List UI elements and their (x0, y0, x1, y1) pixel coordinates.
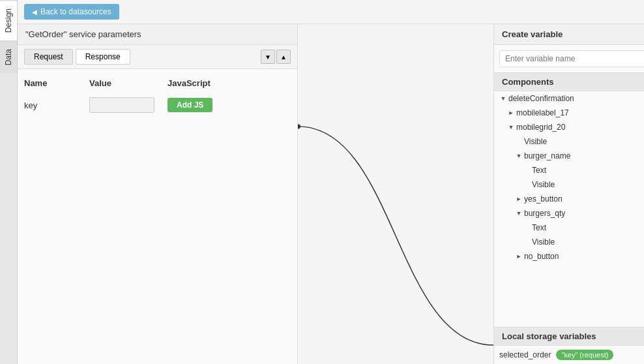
back-to-datasources-button[interactable]: Back to datasources (24, 4, 119, 20)
middle-area (298, 24, 493, 364)
header-value: Value (89, 78, 168, 88)
sidebar-tab-design[interactable]: Design (0, 0, 17, 40)
tree-toggle-icon: ► (515, 253, 523, 260)
tree-item[interactable]: ▼deleteConfirmation (494, 91, 644, 106)
tree-item[interactable]: Visible (494, 134, 644, 149)
tree-container: ▼deleteConfirmation►mobilelabel_17▼mobil… (494, 91, 644, 327)
tree-item-label: mobilegrid_20 (516, 123, 565, 132)
local-storage-name: selected_order (499, 350, 551, 359)
tab-request[interactable]: Request (24, 49, 73, 65)
arrow-down-button[interactable]: ▼ (261, 50, 275, 64)
right-panel: Create variable Components ▼deleteConfir… (493, 24, 644, 364)
tree-item-label: burgers_qty (524, 209, 565, 218)
tree-item-label: Text (532, 166, 546, 175)
tree-item-label: burger_name (524, 151, 570, 160)
row-value-cell (89, 97, 168, 113)
add-js-button[interactable]: Add JS (168, 98, 212, 112)
sidebar-tabs: Design Data (0, 0, 18, 364)
table-row: key Add JS (24, 95, 291, 115)
key-request-badge: "key" (request) (556, 350, 613, 360)
tree-item[interactable]: ▼mobilegrid_20 (494, 120, 644, 134)
tree-item[interactable]: Visible (494, 235, 644, 249)
tree-item-label: Text (532, 223, 546, 232)
value-input[interactable] (89, 97, 154, 113)
tree-item[interactable]: ►mobilelabel_17 (494, 106, 644, 120)
tree-item[interactable]: ▼burger_name (494, 149, 644, 163)
tree-item-label: Visible (532, 180, 555, 189)
tree-toggle-icon: ▼ (515, 210, 523, 217)
header-name: Name (24, 78, 89, 88)
tree-item[interactable]: ▼burgers_qty (494, 206, 644, 220)
tree-item-label: Visible (532, 237, 555, 247)
create-variable-title: Create variable (494, 24, 644, 45)
tree-toggle-icon: ▼ (515, 153, 523, 159)
tree-item-label: mobilelabel_17 (516, 108, 569, 117)
tree-item[interactable]: Visible (494, 177, 644, 192)
tree-item[interactable]: ►yes_button (494, 192, 644, 206)
header-javascript: JavaScript (168, 78, 291, 88)
tree-toggle-icon: ▼ (507, 124, 515, 130)
params-table: Name Value JavaScript key Add JS (18, 69, 297, 122)
content-area: "GetOrder" service parameters Request Re… (18, 24, 644, 364)
tab-response[interactable]: Response (76, 49, 130, 65)
tree-toggle-icon: ► (507, 110, 515, 116)
tree-item-label: deleteConfirmation (508, 94, 574, 103)
local-storage-title: Local storage variables (494, 327, 644, 346)
tree-toggle-icon: ► (515, 196, 523, 202)
top-bar: Back to datasources (18, 0, 644, 24)
components-title: Components (494, 72, 644, 91)
main-content: Back to datasources "GetOrder" service p… (18, 0, 644, 364)
tree-toggle-icon: ▼ (499, 95, 507, 102)
variable-name-input[interactable] (499, 50, 644, 67)
tree-item-label: Visible (524, 137, 547, 146)
left-panel: "GetOrder" service parameters Request Re… (18, 24, 298, 364)
sidebar-tab-data[interactable]: Data (0, 40, 17, 73)
panel-title: "GetOrder" service parameters (18, 24, 297, 45)
tab-arrows: ▼ ▲ (261, 50, 291, 64)
local-storage-row: selected_order "key" (request) (494, 346, 644, 364)
tree-item[interactable]: ►no_button (494, 249, 644, 264)
tree-item[interactable]: Text (494, 220, 644, 235)
arrow-up-button[interactable]: ▲ (276, 50, 291, 64)
row-name: key (24, 100, 89, 110)
tab-bar: Request Response ▼ ▲ (18, 45, 297, 69)
tree-item-label: no_button (524, 252, 559, 261)
row-js-cell: Add JS (168, 98, 291, 112)
table-header: Name Value JavaScript (24, 76, 291, 91)
tree-item[interactable]: Text (494, 163, 644, 177)
connection-curve (298, 24, 493, 364)
svg-point-0 (298, 124, 300, 129)
tree-item-label: yes_button (524, 194, 563, 204)
